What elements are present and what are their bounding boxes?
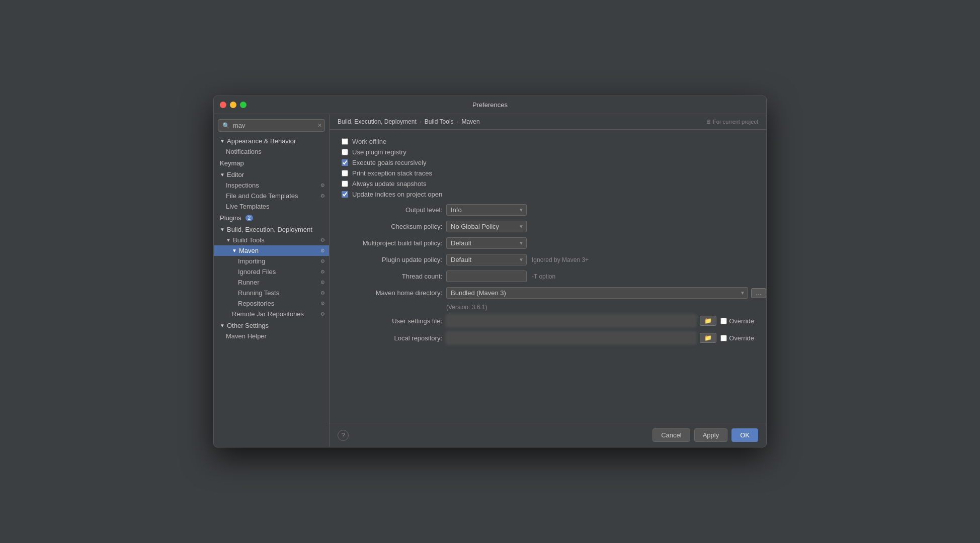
search-input[interactable] [233, 122, 317, 129]
sidebar-item-maven[interactable]: ▼ Maven ⚙ [214, 245, 329, 256]
plugin-update-control: Default Force Never ▼ Ignored by Maven 3… [446, 254, 589, 265]
plugin-update-select[interactable]: Default Force Never [446, 254, 527, 265]
sidebar-item-ignored-files[interactable]: Ignored Files ⚙ [214, 266, 329, 277]
sidebar-item-plugins[interactable]: Plugins 2 [214, 213, 329, 223]
sync-icon: ⚙ [320, 280, 325, 285]
sidebar-item-build-exec-deploy[interactable]: ▼ Build, Execution, Deployment [214, 224, 329, 235]
local-repo-path [446, 332, 696, 344]
use-plugin-registry-checkbox[interactable] [342, 149, 348, 155]
sidebar-item-remote-jar[interactable]: Remote Jar Repositories ⚙ [214, 309, 329, 319]
cancel-button[interactable]: Cancel [652, 428, 690, 442]
arrow-icon: ▼ [220, 172, 225, 177]
always-update-checkbox[interactable] [342, 180, 348, 187]
sidebar: 🔍 ✕ ▼ Appearance & Behavior Notification… [214, 114, 330, 447]
output-level-control: Info Debug Quiet ▼ [446, 204, 527, 216]
sidebar-item-appearance[interactable]: ▼ Appearance & Behavior [214, 136, 329, 146]
sidebar-item-label: Importing [238, 257, 265, 265]
sync-icon: ⚙ [320, 193, 325, 199]
local-repo-label: Local repository: [342, 334, 442, 342]
multiproject-policy-row: Multiproject build fail policy: Default … [342, 237, 754, 249]
sidebar-item-label: Notifications [226, 148, 262, 155]
sidebar-item-label: Repositories [238, 300, 274, 307]
help-icon: ? [341, 431, 345, 439]
sidebar-item-label: Runner [238, 279, 260, 286]
sidebar-item-running-tests[interactable]: Running Tests ⚙ [214, 288, 329, 298]
user-settings-browse-button[interactable]: 📁 [700, 316, 716, 326]
apply-button[interactable]: Apply [694, 428, 728, 442]
update-indices-checkbox[interactable] [342, 191, 348, 198]
sidebar-item-label: Appearance & Behavior [227, 137, 296, 145]
sidebar-item-editor[interactable]: ▼ Editor [214, 169, 329, 180]
user-settings-control: 📁 Override [446, 315, 754, 327]
local-repo-browse-button[interactable]: 📁 [700, 333, 716, 343]
sidebar-item-label: Inspections [226, 182, 259, 189]
search-icon: 🔍 [222, 122, 230, 129]
search-clear-icon[interactable]: ✕ [317, 122, 322, 129]
thread-count-input[interactable] [446, 270, 527, 282]
multiproject-policy-label: Multiproject build fail policy: [342, 239, 442, 247]
maven-home-control: Bundled (Maven 3) ▼ … [446, 287, 766, 299]
output-level-select[interactable]: Info Debug Quiet [446, 204, 527, 216]
sidebar-item-keymap[interactable]: Keymap [214, 158, 329, 168]
sidebar-item-live-templates[interactable]: Live Templates [214, 201, 329, 212]
sync-icon: ⚙ [320, 269, 325, 275]
maximize-button[interactable] [240, 102, 247, 108]
work-offline-label: Work offline [352, 138, 386, 145]
output-level-select-wrapper: Info Debug Quiet ▼ [446, 204, 527, 216]
sidebar-item-inspections[interactable]: Inspections ⚙ [214, 180, 329, 191]
ok-button[interactable]: OK [731, 428, 758, 442]
sidebar-item-label: Maven [239, 247, 259, 254]
checkbox-row-update-indices: Update indices on project open [342, 191, 754, 198]
user-settings-override-checkbox[interactable] [720, 318, 727, 324]
breadcrumb-part-1: Build, Execution, Deployment [338, 118, 417, 125]
sidebar-item-label: File and Code Templates [226, 192, 298, 200]
sidebar-item-repositories[interactable]: Repositories ⚙ [214, 298, 329, 309]
checkbox-row-use-plugin: Use plugin registry [342, 148, 754, 156]
checksum-policy-control: No Global Policy Fail Warn Ignore ▼ [446, 221, 527, 232]
sidebar-item-maven-helper[interactable]: Maven Helper [214, 331, 329, 341]
sidebar-item-importing[interactable]: Importing ⚙ [214, 256, 329, 266]
user-settings-row: User settings file: 📁 Override [342, 315, 754, 327]
print-exception-checkbox[interactable] [342, 170, 348, 176]
project-icon: 🖥 [705, 119, 711, 125]
multiproject-policy-select[interactable]: Default Fail At End Fail Fast Never Fail [446, 237, 527, 249]
sidebar-item-label: Maven Helper [226, 332, 267, 340]
form-section: Output level: Info Debug Quiet ▼ [342, 204, 754, 344]
sync-icon: ⚙ [320, 258, 325, 264]
sidebar-item-runner[interactable]: Runner ⚙ [214, 277, 329, 288]
sidebar-item-label: Live Templates [226, 203, 269, 210]
sync-icon: ⚙ [320, 311, 325, 317]
work-offline-checkbox[interactable] [342, 138, 348, 145]
update-indices-label: Update indices on project open [352, 191, 442, 198]
sidebar-item-label: Editor [227, 171, 244, 178]
sync-icon: ⚙ [320, 290, 325, 296]
plugin-update-label: Plugin update policy: [342, 256, 442, 263]
sync-icon: ⚙ [320, 183, 325, 188]
use-plugin-label: Use plugin registry [352, 148, 406, 156]
search-box[interactable]: 🔍 ✕ [218, 119, 325, 132]
settings-content: Work offline Use plugin registry Execute… [330, 130, 766, 423]
plugin-update-row: Plugin update policy: Default Force Neve… [342, 254, 754, 265]
checksum-policy-select[interactable]: No Global Policy Fail Warn Ignore [446, 221, 527, 232]
execute-goals-checkbox[interactable] [342, 159, 348, 166]
local-repo-override-checkbox[interactable] [720, 335, 727, 341]
maven-home-select-wrapper: Bundled (Maven 3) ▼ [446, 287, 748, 299]
maven-home-select[interactable]: Bundled (Maven 3) [446, 287, 748, 299]
sidebar-item-label: Remote Jar Repositories [232, 310, 304, 318]
close-button[interactable] [220, 102, 226, 108]
sidebar-item-file-code-templates[interactable]: File and Code Templates ⚙ [214, 191, 329, 201]
sidebar-item-label: Keymap [220, 159, 244, 167]
maven-home-browse-button[interactable]: … [751, 288, 766, 298]
arrow-icon: ▼ [220, 323, 225, 328]
minimize-button[interactable] [230, 102, 236, 108]
sync-icon: ⚙ [320, 237, 325, 243]
sidebar-item-build-tools[interactable]: ▼ Build Tools ⚙ [214, 235, 329, 245]
help-button[interactable]: ? [338, 430, 349, 441]
sidebar-item-notifications[interactable]: Notifications [214, 146, 329, 157]
sidebar-item-label: Ignored Files [238, 268, 276, 276]
thread-count-control: -T option [446, 270, 555, 282]
breadcrumb-part-3: Maven [462, 118, 480, 125]
sidebar-item-other-settings[interactable]: ▼ Other Settings [214, 320, 329, 331]
checkbox-row-execute-goals: Execute goals recursively [342, 159, 754, 166]
titlebar: Preferences [214, 96, 766, 114]
